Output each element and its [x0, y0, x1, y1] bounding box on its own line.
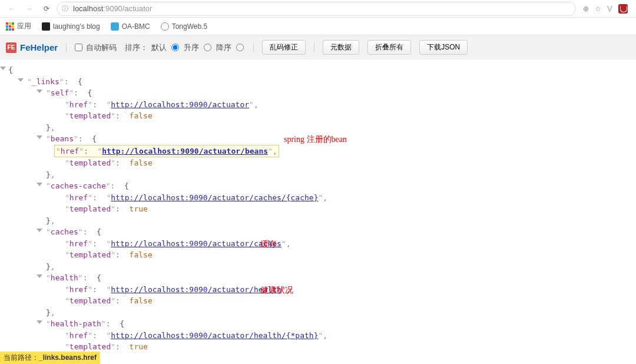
json-link[interactable]: http://localhost:9090/actuator: [111, 100, 249, 109]
json-link[interactable]: http://localhost:9090/actuator/caches/{c…: [111, 193, 318, 202]
json-bool: false: [130, 250, 153, 259]
json-key[interactable]: templated: [69, 111, 111, 120]
highlighted-row[interactable]: "href": "http://localhost:9090/actuator/…: [54, 145, 279, 158]
json-link[interactable]: http://localhost:9090/actuator/health: [111, 285, 281, 294]
json-link[interactable]: http://localhost:9090/actuator/caches: [111, 239, 281, 248]
toolbar-right: ⊕ ☆ V: [579, 4, 631, 14]
sort-group: 排序： 默认 升序 降序: [125, 42, 245, 53]
collapse-toggle[interactable]: [37, 274, 42, 278]
apps-label: 应用: [17, 21, 31, 31]
search-in-page-icon[interactable]: ⊕: [583, 5, 589, 13]
json-link: http://localhost:9090/actuator/beans: [102, 147, 268, 155]
sort-default-label: 默认: [151, 42, 167, 53]
info-icon[interactable]: ⓘ: [62, 4, 68, 13]
bookmark-bar: 应用 laughing's blog OA-BMC TongWeb.5: [0, 18, 636, 35]
fehelper-logo[interactable]: FE FeHelper: [6, 42, 58, 53]
json-link[interactable]: http://localhost:9090/actuator/health/{*…: [111, 331, 318, 340]
auto-decode-checkbox[interactable]: 自动解码: [75, 42, 117, 53]
bookmark-label: TongWeb.5: [172, 22, 208, 31]
fehelper-toolbar: FE FeHelper 自动解码 排序： 默认 升序 降序 乱码修正 元数据 折…: [0, 35, 636, 59]
json-key[interactable]: href: [69, 239, 88, 248]
bookmark-tongweb[interactable]: TongWeb.5: [161, 22, 208, 31]
annotation: 健康状况: [260, 284, 293, 296]
auto-decode-input[interactable]: [75, 44, 82, 51]
json-key[interactable]: href: [69, 100, 88, 109]
json-key[interactable]: caches: [51, 227, 78, 236]
sort-desc-label: 降序: [216, 42, 231, 53]
path-label: 当前路径：: [4, 353, 39, 362]
sort-asc-label: 升序: [184, 42, 199, 53]
json-bool: true: [130, 342, 148, 351]
collapse-toggle[interactable]: [0, 67, 6, 70]
collapse-toggle[interactable]: [37, 90, 42, 93]
json-bool: true: [130, 204, 148, 213]
oa-icon: [111, 22, 119, 31]
bookmark-label: laughing's blog: [53, 22, 100, 31]
reload-icon[interactable]: ⟳: [40, 2, 53, 15]
json-key[interactable]: templated: [69, 158, 111, 167]
url-host: localhost: [73, 4, 103, 13]
sort-label: 排序：: [125, 42, 148, 53]
bookmark-star-icon[interactable]: ☆: [595, 5, 601, 13]
separator: [66, 43, 67, 52]
json-key[interactable]: href: [69, 193, 88, 202]
bookmark-label: OA-BMC: [122, 22, 150, 31]
json-key[interactable]: caches-cache: [51, 181, 106, 190]
browser-nav: ← → ⟳ ⓘ localhost:9090/actuator ⊕ ☆ V: [0, 0, 636, 18]
forward-icon[interactable]: →: [22, 2, 37, 15]
separator: [253, 43, 254, 52]
current-path-footer: 当前路径：_links.beans.href: [0, 352, 100, 364]
sort-desc-radio[interactable]: [236, 44, 244, 51]
ublock-icon[interactable]: [618, 4, 628, 14]
sort-default-radio[interactable]: [171, 44, 179, 51]
json-bool: false: [130, 158, 153, 167]
apps-shortcut[interactable]: 应用: [6, 21, 31, 31]
annotation: spring 注册的bean: [284, 133, 347, 145]
apps-icon: [6, 22, 14, 31]
json-key[interactable]: templated: [69, 204, 111, 213]
separator: [314, 43, 314, 52]
json-key[interactable]: templated: [69, 250, 111, 259]
sort-asc-radio[interactable]: [204, 44, 211, 51]
collapse-all-button[interactable]: 折叠所有: [367, 40, 411, 55]
url-path: :9090/actuator: [103, 4, 152, 13]
json-key[interactable]: _links: [32, 77, 59, 86]
json-bool: false: [130, 296, 153, 305]
json-key[interactable]: templated: [69, 342, 111, 351]
logo-icon: FE: [6, 42, 16, 53]
json-bool: false: [130, 111, 153, 120]
json-key[interactable]: beans: [51, 134, 74, 143]
json-key[interactable]: health-path: [51, 319, 101, 328]
collapse-toggle[interactable]: [37, 183, 42, 186]
annotation: 缓存: [260, 238, 277, 250]
back-icon[interactable]: ←: [5, 2, 19, 15]
json-key[interactable]: self: [51, 88, 69, 97]
tongweb-icon: [161, 22, 169, 31]
fix-encoding-button[interactable]: 乱码修正: [262, 40, 306, 55]
json-key[interactable]: href: [69, 331, 88, 340]
download-json-button[interactable]: 下载JSON: [419, 40, 468, 55]
blog-icon: [42, 22, 50, 31]
collapse-toggle[interactable]: [18, 78, 24, 82]
collapse-toggle[interactable]: [37, 135, 42, 139]
collapse-toggle[interactable]: [37, 229, 42, 232]
json-viewer: { "_links": { "self": { "href": "http://…: [0, 59, 636, 364]
bookmark-oabmc[interactable]: OA-BMC: [111, 22, 150, 31]
metadata-button[interactable]: 元数据: [323, 40, 359, 55]
json-key[interactable]: href: [69, 285, 88, 294]
json-key[interactable]: templated: [69, 296, 111, 305]
logo-text: FeHelper: [20, 42, 58, 52]
collapse-toggle[interactable]: [37, 320, 42, 324]
path-value: _links.beans.href: [39, 353, 97, 362]
address-bar[interactable]: ⓘ localhost:9090/actuator: [57, 2, 576, 16]
extension-v-icon[interactable]: V: [607, 4, 612, 14]
bookmark-blog[interactable]: laughing's blog: [42, 22, 100, 31]
brace: {: [8, 65, 13, 74]
auto-decode-label: 自动解码: [86, 42, 117, 53]
json-key[interactable]: health: [51, 273, 78, 282]
